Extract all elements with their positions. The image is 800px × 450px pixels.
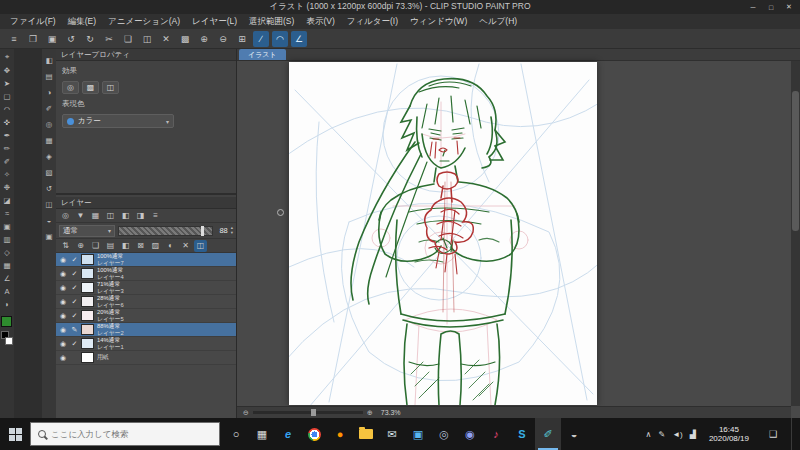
marquee-tool-icon[interactable]: ▢ bbox=[1, 90, 13, 102]
history-panel-icon[interactable]: ↺ bbox=[43, 182, 55, 194]
pane-view-icon[interactable]: ◫ bbox=[194, 240, 207, 252]
pencil-tool-icon[interactable]: ✏ bbox=[1, 142, 13, 154]
eye-visibility-icon[interactable]: ◉ bbox=[58, 326, 68, 334]
combine-icon[interactable]: ⊕ bbox=[74, 240, 87, 252]
balloon-tool-icon[interactable]: ◗ bbox=[1, 298, 13, 310]
cortana-icon[interactable]: ○ bbox=[223, 418, 249, 450]
menu-item[interactable]: レイヤー(L) bbox=[186, 16, 243, 28]
layer-edit-mark-icon[interactable]: ✓ bbox=[70, 340, 79, 348]
layer-edit-mark-icon[interactable]: ✓ bbox=[70, 284, 79, 292]
skype-icon[interactable]: S bbox=[509, 418, 535, 450]
menu-item[interactable]: 編集(E) bbox=[62, 16, 102, 28]
layer-edit-mark-icon[interactable]: ✎ bbox=[70, 326, 79, 334]
brush-tool-icon[interactable]: ✐ bbox=[1, 155, 13, 167]
two-pane-icon[interactable]: ◫ bbox=[104, 210, 117, 222]
layer-row[interactable]: ◉ ✓ 28%通常 レイヤー6 bbox=[56, 295, 236, 309]
canvas[interactable] bbox=[289, 62, 597, 405]
operation-tool-icon[interactable]: ➤ bbox=[1, 77, 13, 89]
expression-color-dropdown[interactable]: カラー ▾ bbox=[62, 114, 174, 128]
tone-effect-icon[interactable]: ▩ bbox=[82, 81, 99, 94]
layer-row[interactable]: ◉ ✎ 88%通常 レイヤー2 bbox=[56, 323, 236, 337]
main-menu-icon[interactable]: ≡ bbox=[6, 31, 22, 47]
firefox-icon[interactable]: ● bbox=[327, 418, 353, 450]
menu-item[interactable]: 表示(V) bbox=[300, 16, 340, 28]
layer-edit-mark-icon[interactable]: ✓ bbox=[70, 312, 79, 320]
color-wheel-panel-icon[interactable]: ◎ bbox=[43, 118, 55, 130]
eyedropper-tool-icon[interactable]: ✜ bbox=[1, 116, 13, 128]
eye-visibility-icon[interactable]: ◉ bbox=[58, 354, 68, 362]
snap-line-icon[interactable]: ∕ bbox=[253, 31, 269, 47]
menu-item[interactable]: アニメーション(A) bbox=[102, 16, 186, 28]
layer-edit-mark-icon[interactable]: ✓ bbox=[70, 298, 79, 306]
new-file-icon[interactable]: ❐ bbox=[25, 31, 41, 47]
onion-skin-icon[interactable]: ◧ bbox=[119, 210, 132, 222]
figure-tool-icon[interactable]: ◇ bbox=[1, 246, 13, 258]
transfer-down-icon[interactable]: ⇅ bbox=[59, 240, 72, 252]
zoom-in-icon[interactable]: ⊕ bbox=[196, 31, 212, 47]
layer-row[interactable]: ◉ ✓ 100%通常 レイヤー4 bbox=[56, 267, 236, 281]
navigator-panel-icon[interactable]: ▧ bbox=[43, 166, 55, 178]
layer-row[interactable]: ◉ ✓ 71%通常 レイヤー3 bbox=[56, 281, 236, 295]
delete-icon[interactable]: ✕ bbox=[158, 31, 174, 47]
layer-edit-mark-icon[interactable]: ✓ bbox=[70, 256, 79, 264]
copy-icon[interactable]: ❏ bbox=[120, 31, 136, 47]
task-view-icon[interactable]: ▦ bbox=[249, 418, 275, 450]
delete-layer-icon[interactable]: ✕ bbox=[179, 240, 192, 252]
thumbnail-icon[interactable]: ▦ bbox=[89, 210, 102, 222]
foreground-color-swatch[interactable] bbox=[1, 316, 12, 327]
blend-mode-dropdown[interactable]: 通常 ▾ bbox=[59, 225, 115, 237]
opacity-spinner[interactable]: ▴ ▾ bbox=[231, 226, 233, 235]
eye-visibility-icon[interactable]: ◉ bbox=[58, 256, 68, 264]
layer-thumbnail[interactable] bbox=[81, 324, 94, 335]
move-tool-icon[interactable]: ✥ bbox=[1, 64, 13, 76]
clip-studio-paint-icon[interactable]: ✐ bbox=[535, 418, 561, 450]
menu-item[interactable]: ウィンドウ(W) bbox=[404, 16, 473, 28]
pen-tool-icon[interactable]: ✒ bbox=[1, 129, 13, 141]
music-icon[interactable]: ♪ bbox=[483, 418, 509, 450]
layer-filter-icon[interactable]: ▼ bbox=[74, 210, 87, 222]
layer-thumbnail[interactable] bbox=[81, 338, 94, 349]
layer-row[interactable]: ◉ 用紙 bbox=[56, 351, 236, 365]
menu-item[interactable]: 選択範囲(S) bbox=[243, 16, 300, 28]
redo-icon[interactable]: ↻ bbox=[82, 31, 98, 47]
subtool-panel-icon[interactable]: ▤ bbox=[43, 70, 55, 82]
minimize-button[interactable]: ─ bbox=[744, 0, 762, 14]
layer-thumbnail[interactable] bbox=[81, 282, 94, 293]
network-icon[interactable]: ▟ bbox=[690, 430, 696, 439]
tray-expand-icon[interactable]: ∧ bbox=[646, 430, 652, 439]
chrome-icon[interactable] bbox=[301, 418, 327, 450]
pen-tray-icon[interactable]: ✎ bbox=[658, 430, 665, 439]
cut-icon[interactable]: ✂ bbox=[101, 31, 117, 47]
layer-thumbnail[interactable] bbox=[81, 352, 94, 363]
layer-color-effect-icon[interactable]: ◫ bbox=[102, 81, 119, 94]
spin-down-icon[interactable]: ▾ bbox=[231, 231, 233, 236]
paste-icon[interactable]: ◫ bbox=[139, 31, 155, 47]
volume-icon[interactable]: ◄) bbox=[672, 430, 683, 439]
color-set-panel-icon[interactable]: ▦ bbox=[43, 134, 55, 146]
show-desktop-button[interactable] bbox=[791, 418, 796, 450]
material-panel-icon[interactable]: ◈ bbox=[43, 150, 55, 162]
blend-tool-icon[interactable]: ≈ bbox=[1, 207, 13, 219]
steam-icon[interactable]: ◎ bbox=[431, 418, 457, 450]
airbrush-tool-icon[interactable]: ✧ bbox=[1, 168, 13, 180]
eye-visibility-icon[interactable]: ◉ bbox=[58, 298, 68, 306]
gradient-tool-icon[interactable]: ▥ bbox=[1, 233, 13, 245]
edge-icon[interactable]: e bbox=[275, 418, 301, 450]
fill-tool-icon[interactable]: ▣ bbox=[1, 220, 13, 232]
vertical-scrollbar[interactable] bbox=[791, 61, 800, 406]
layer-color-icon[interactable]: ◨ bbox=[134, 210, 147, 222]
zoom-slider-handle[interactable] bbox=[311, 409, 316, 416]
eye-visibility-icon[interactable]: ◉ bbox=[58, 312, 68, 320]
layer-edit-mark-icon[interactable]: ✓ bbox=[70, 270, 79, 278]
eye-visibility-icon[interactable]: ◉ bbox=[58, 340, 68, 348]
zoom-in-icon[interactable]: ⊕ bbox=[367, 409, 373, 417]
menu-item[interactable]: ファイル(F) bbox=[4, 16, 62, 28]
search-input[interactable] bbox=[51, 429, 201, 439]
clip-icon[interactable]: ◧ bbox=[119, 240, 132, 252]
new-folder-icon[interactable]: ▤ bbox=[104, 240, 117, 252]
eye-visibility-icon[interactable]: ◉ bbox=[58, 270, 68, 278]
grid-icon[interactable]: ⊞ bbox=[234, 31, 250, 47]
layer-row[interactable]: ◉ ✓ 14%通常 レイヤー1 bbox=[56, 337, 236, 351]
vertical-scrollbar-thumb[interactable] bbox=[792, 91, 799, 231]
fill-icon[interactable]: ▩ bbox=[177, 31, 193, 47]
